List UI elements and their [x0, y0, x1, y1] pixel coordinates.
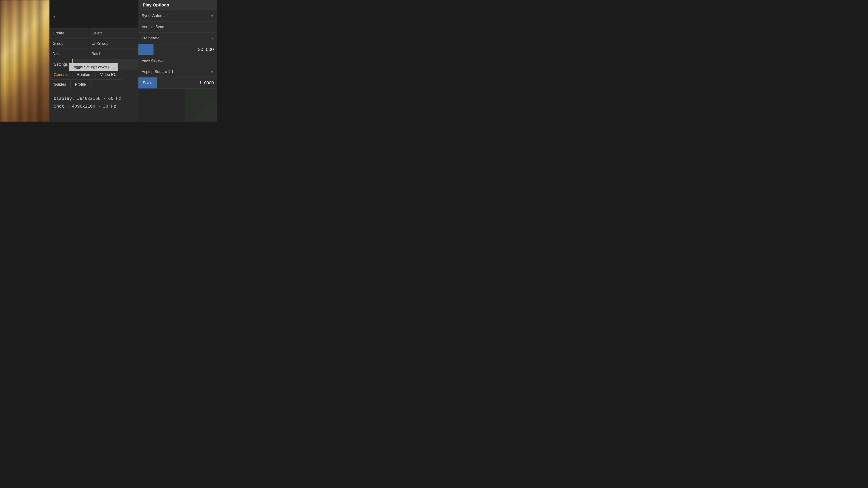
vertical-sync-label: Vertical Sync: [142, 25, 214, 29]
view-aspect-label: View Aspect: [142, 58, 214, 63]
framerate-value: 30 .000: [154, 47, 217, 52]
framerate-label-row[interactable]: Framerate ▼: [138, 33, 217, 44]
tab-trays[interactable]: Trays: [73, 59, 91, 70]
sub-tab-profile[interactable]: Profile: [71, 79, 90, 89]
scale-row[interactable]: Scale 1 .0000: [138, 77, 217, 89]
group-button[interactable]: Group: [50, 38, 88, 48]
aspect-square-label: Aspect Square 1:1: [142, 69, 209, 74]
sub-tab-guides[interactable]: Guides: [50, 79, 71, 89]
nest-button[interactable]: Nest: [50, 49, 88, 59]
sub-tab-monitors[interactable]: Monitors: [72, 70, 96, 79]
tab-animate[interactable]: Animate: [91, 59, 114, 70]
sync-label: Sync: Automatic: [142, 13, 209, 18]
framerate-value-row[interactable]: 30 .000: [138, 44, 217, 55]
play-options-header: Play Options: [138, 0, 217, 10]
right-panel: Play Options Sync: Automatic ▼ Vertical …: [138, 0, 217, 122]
aspect-dropdown-icon: ▼: [211, 70, 214, 73]
sync-row[interactable]: Sync: Automatic ▼: [138, 10, 217, 22]
framerate-label: Framerate: [142, 36, 209, 40]
aspect-square-row[interactable]: Aspect Square 1:1 ▼: [138, 66, 217, 77]
framerate-slider[interactable]: [138, 44, 154, 55]
dropdown-arrow-icon: ▼: [53, 15, 56, 19]
framerate-dropdown-icon: ▼: [211, 37, 214, 40]
vertical-sync-row[interactable]: Vertical Sync: [138, 22, 217, 33]
create-button[interactable]: Create: [50, 28, 88, 38]
sync-dropdown-icon: ▼: [211, 14, 214, 18]
tab-settings[interactable]: Settings: [50, 59, 72, 70]
view-aspect-row[interactable]: View Aspect: [138, 55, 217, 66]
scale-value: 1 .0000: [157, 80, 217, 86]
scale-label[interactable]: Scale: [138, 77, 157, 89]
left-background-photo: [0, 0, 50, 122]
sub-tab-general[interactable]: General: [50, 70, 72, 79]
sub-tab-video-io[interactable]: Video IO..: [96, 70, 122, 79]
